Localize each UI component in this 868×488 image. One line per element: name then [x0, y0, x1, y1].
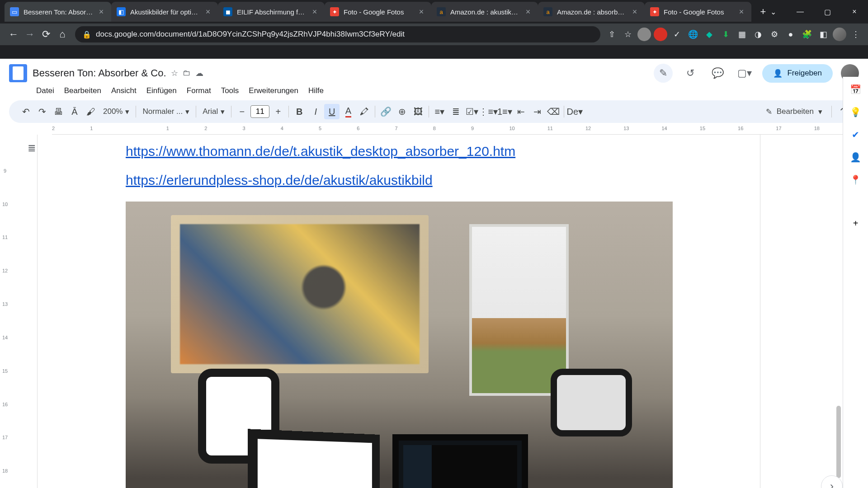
video-call-button[interactable]: ▢▾ — [735, 64, 754, 83]
menu-view[interactable]: Ansicht — [107, 84, 141, 97]
menu-tools[interactable]: Tools — [217, 84, 244, 97]
inserted-image[interactable] — [126, 202, 673, 488]
star-icon[interactable]: ☆ — [171, 68, 178, 78]
share-button[interactable]: 👤 Freigeben — [762, 64, 833, 83]
browser-tab[interactable]: ✦ Foto - Google Fotos × — [325, 2, 431, 22]
close-icon[interactable]: × — [737, 7, 746, 16]
font-size-decrease[interactable]: − — [234, 104, 250, 119]
extension-icon[interactable]: ▦ — [735, 28, 749, 41]
paint-format-button[interactable]: 🖌 — [83, 104, 99, 119]
vertical-ruler[interactable]: 9 10 11 12 13 14 15 16 17 18 — [0, 135, 10, 488]
menu-edit[interactable]: Bearbeiten — [60, 84, 106, 97]
minimize-button[interactable]: — — [787, 0, 814, 23]
extension-icon[interactable]: ⬇ — [719, 28, 732, 41]
extension-icon[interactable]: 🌐 — [686, 28, 700, 41]
extension-icon[interactable]: ● — [784, 28, 797, 41]
scrollbar-thumb[interactable] — [836, 406, 841, 478]
zoom-select[interactable]: 200% ▾ — [99, 104, 133, 119]
highlight-button[interactable]: 🖍 — [357, 104, 372, 119]
print-button[interactable]: 🖶 — [51, 104, 66, 119]
add-panel-button[interactable]: + — [849, 217, 862, 230]
browser-tab[interactable]: a Amazon.de : akustikvorhang × — [431, 2, 538, 22]
browser-tab[interactable]: ◧ Akustikbilder für optimale Rau × — [111, 2, 218, 22]
clear-format-button[interactable]: ⌫ — [546, 104, 561, 119]
edit-mode-select[interactable]: ✎ Bearbeiten ▾ — [760, 107, 829, 117]
font-size-input[interactable] — [250, 105, 269, 118]
move-icon[interactable]: 🗀 — [183, 68, 191, 78]
hyperlink[interactable]: https://www.thomann.de/de/t.akustik_desk… — [126, 144, 672, 159]
style-select[interactable]: Normaler ... ▾ — [139, 104, 193, 119]
bullet-list-button[interactable]: ⋮≡▾ — [481, 104, 496, 119]
checklist-button[interactable]: ☑▾ — [464, 104, 480, 119]
close-icon[interactable]: × — [310, 7, 319, 16]
indent-increase-button[interactable]: ⇥ — [529, 104, 545, 119]
dictation-button[interactable]: De▾ — [567, 104, 582, 119]
url-input[interactable]: 🔒 docs.google.com/document/d/1aD8O9YcinZ… — [75, 26, 600, 42]
comments-button[interactable]: 💬 — [708, 64, 727, 83]
chrome-menu-button[interactable]: ⋮ — [849, 28, 863, 41]
meet-button[interactable]: ✎ — [654, 64, 673, 83]
maximize-button[interactable]: ▢ — [814, 0, 841, 23]
image-button[interactable]: 🖼 — [410, 104, 426, 119]
extension-icon[interactable]: ◑ — [751, 28, 765, 41]
calendar-icon[interactable]: 📅 — [849, 83, 862, 96]
browser-tab[interactable]: ◼ EILIF Abschirmung für Schreibt × — [218, 2, 325, 22]
document-page[interactable]: https://www.thomann.de/de/t.akustik_desk… — [37, 135, 760, 488]
hyperlink[interactable]: https://erlerundpless-shop.de/de/akustik… — [126, 173, 672, 188]
indent-decrease-button[interactable]: ⇤ — [513, 104, 528, 119]
browser-tab[interactable]: ▭ Besseren Ton: Absorber & Co. - × — [5, 2, 111, 22]
pencil-icon: ✎ — [766, 107, 772, 117]
redo-button[interactable]: ↷ — [34, 104, 50, 119]
contacts-icon[interactable]: 👤 — [849, 151, 862, 164]
bookmark-icon[interactable]: ☆ — [621, 28, 635, 41]
menu-format[interactable]: Format — [182, 84, 216, 97]
cloud-icon[interactable]: ☁ — [195, 68, 203, 78]
extension-icon[interactable] — [654, 28, 667, 41]
line-spacing-button[interactable]: ≣ — [448, 104, 463, 119]
number-list-button[interactable]: 1≡▾ — [497, 104, 512, 119]
tasks-icon[interactable]: ✔ — [849, 128, 862, 141]
history-button[interactable]: ↺ — [681, 64, 700, 83]
back-button[interactable]: ← — [5, 26, 22, 42]
menu-extensions[interactable]: Erweiterungen — [244, 84, 303, 97]
dropdown-icon[interactable]: ⌄ — [760, 0, 787, 23]
link-button[interactable]: 🔗 — [378, 104, 393, 119]
extension-icon[interactable]: ◆ — [703, 28, 716, 41]
spellcheck-button[interactable]: Ā — [67, 104, 82, 119]
font-select[interactable]: Arial ▾ — [199, 104, 228, 119]
browser-tab[interactable]: ✦ Foto - Google Fotos × — [645, 2, 751, 22]
underline-button[interactable]: U — [324, 104, 340, 119]
forward-button[interactable]: → — [22, 26, 38, 42]
home-button[interactable]: ⌂ — [54, 26, 71, 42]
menu-insert[interactable]: Einfügen — [142, 84, 181, 97]
browser-tab[interactable]: a Amazon.de : absorber akustik × — [538, 2, 645, 22]
extension-icon[interactable]: ⚙ — [768, 28, 781, 41]
extension-icon[interactable]: ✓ — [670, 28, 684, 41]
profile-avatar[interactable] — [833, 28, 846, 41]
sidepanel-icon[interactable]: ◧ — [816, 28, 830, 41]
extensions-button[interactable]: 🧩 — [800, 28, 814, 41]
menu-file[interactable]: Datei — [32, 84, 59, 97]
docs-logo[interactable] — [9, 64, 27, 82]
align-button[interactable]: ≡▾ — [432, 104, 447, 119]
horizontal-ruler[interactable]: 2 1 1 2 3 4 5 6 7 8 9 10 11 12 13 14 15 … — [52, 126, 852, 135]
close-icon[interactable]: × — [630, 7, 639, 16]
font-size-increase[interactable]: + — [270, 104, 286, 119]
comment-button[interactable]: ⊕ — [394, 104, 410, 119]
maps-icon[interactable]: 📍 — [849, 174, 862, 186]
close-icon[interactable]: × — [417, 7, 426, 16]
close-icon[interactable]: × — [97, 7, 106, 16]
close-icon[interactable]: × — [524, 7, 533, 16]
document-title[interactable]: Besseren Ton: Absorber & Co. — [33, 67, 166, 79]
close-icon[interactable]: × — [203, 7, 212, 16]
undo-button[interactable]: ↶ — [18, 104, 33, 119]
menu-help[interactable]: Hilfe — [304, 84, 328, 97]
reload-button[interactable]: ⟳ — [38, 26, 54, 42]
bold-button[interactable]: B — [292, 104, 307, 119]
extension-icon[interactable] — [637, 28, 651, 41]
close-window-button[interactable]: × — [841, 0, 868, 23]
text-color-button[interactable]: A — [340, 104, 356, 119]
share-icon[interactable]: ⇧ — [605, 28, 618, 41]
italic-button[interactable]: I — [308, 104, 323, 119]
keep-icon[interactable]: 💡 — [849, 106, 862, 118]
